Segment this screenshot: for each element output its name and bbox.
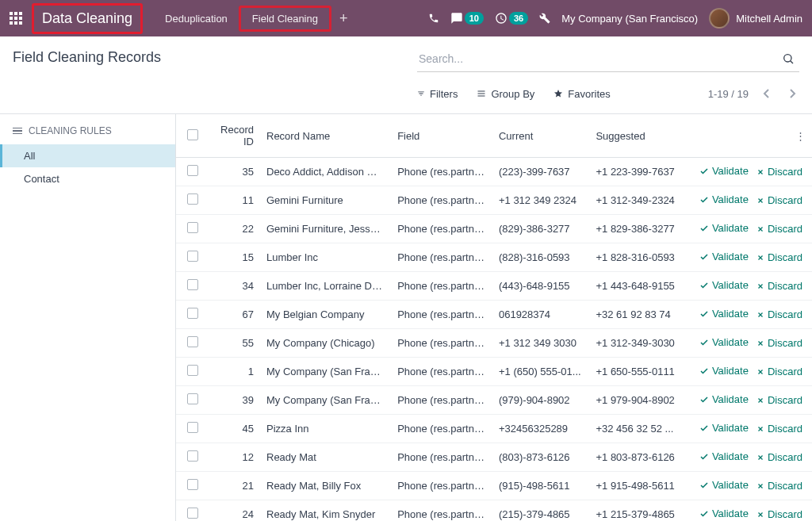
search-input[interactable] (417, 49, 777, 68)
row-checkbox[interactable] (187, 365, 198, 376)
activities-badge: 36 (509, 12, 528, 25)
select-all-checkbox[interactable] (187, 129, 198, 140)
col-current[interactable]: Current (492, 114, 590, 158)
validate-button[interactable]: Validate (699, 450, 749, 462)
row-checkbox[interactable] (187, 393, 198, 404)
row-checkbox[interactable] (187, 450, 198, 462)
discard-button[interactable]: Discard (756, 451, 802, 463)
row-checkbox[interactable] (187, 193, 198, 205)
column-options-icon[interactable]: ⋮ (795, 130, 806, 142)
cell-record-name: My Company (Chicago) (260, 329, 391, 358)
row-checkbox[interactable] (187, 336, 198, 347)
pager-prev-icon[interactable] (760, 85, 774, 102)
discard-button[interactable]: Discard (756, 308, 802, 320)
table-row[interactable]: 1My Company (San Franc...Phone (res.part… (176, 358, 812, 386)
table-row[interactable]: 55My Company (Chicago)Phone (res.partner… (176, 329, 812, 358)
row-checkbox[interactable] (187, 279, 198, 290)
favorites-button[interactable]: Favorites (553, 88, 610, 100)
cell-field: Phone (res.partner) (391, 272, 492, 301)
col-suggested[interactable]: Suggested (589, 114, 687, 158)
search-icon[interactable] (777, 52, 799, 65)
validate-button[interactable]: Validate (699, 422, 749, 434)
validate-button[interactable]: Validate (699, 336, 749, 348)
row-checkbox[interactable] (187, 165, 198, 176)
messages-icon[interactable]: 10 (450, 12, 484, 25)
table-row[interactable]: 35Deco Addict, Addison Ol...Phone (res.p… (176, 158, 812, 186)
validate-button[interactable]: Validate (699, 222, 749, 234)
discard-button[interactable]: Discard (756, 366, 802, 377)
col-record-id[interactable]: Record ID (205, 114, 260, 158)
validate-button[interactable]: Validate (699, 165, 749, 177)
col-record-name[interactable]: Record Name (260, 114, 391, 158)
sidebar-header: CLEANING RULES (0, 125, 175, 144)
table-row[interactable]: 15Lumber IncPhone (res.partner)(828)-316… (176, 243, 812, 272)
discard-button[interactable]: Discard (756, 166, 802, 178)
table-row[interactable]: 24Ready Mat, Kim SnyderPhone (res.partne… (176, 500, 812, 522)
validate-button[interactable]: Validate (699, 308, 749, 320)
cell-suggested: +1 312-349-2324 (589, 186, 687, 215)
pager-next-icon[interactable] (785, 85, 799, 102)
cell-current: (443)-648-9155 (492, 272, 590, 301)
cell-field: Phone (res.partner) (391, 186, 492, 215)
row-checkbox[interactable] (187, 422, 198, 433)
discard-button[interactable]: Discard (756, 480, 802, 492)
discard-button[interactable]: Discard (756, 194, 802, 206)
validate-button[interactable]: Validate (699, 279, 749, 291)
groupby-button[interactable]: Group By (477, 88, 534, 100)
validate-button[interactable]: Validate (699, 393, 749, 405)
validate-button[interactable]: Validate (699, 365, 749, 377)
discard-button[interactable]: Discard (756, 280, 802, 292)
apps-icon[interactable] (10, 12, 22, 25)
row-checkbox[interactable] (187, 308, 198, 319)
validate-button[interactable]: Validate (699, 193, 749, 205)
discard-button[interactable]: Discard (756, 423, 802, 435)
cell-current: +32456325289 (492, 415, 590, 443)
table-row[interactable]: 45Pizza InnPhone (res.partner)+324563252… (176, 415, 812, 443)
cell-record-id: 15 (205, 243, 260, 272)
table-row[interactable]: 12Ready MatPhone (res.partner)(803)-873-… (176, 443, 812, 472)
cell-record-id: 1 (205, 358, 260, 386)
table-row[interactable]: 67My Belgian CompanyPhone (res.partner)0… (176, 301, 812, 329)
phone-icon[interactable] (428, 13, 439, 24)
pager-text[interactable]: 1-19 / 19 (708, 88, 749, 100)
table-row[interactable]: 34Lumber Inc, Lorraine Do...Phone (res.p… (176, 272, 812, 301)
activities-icon[interactable]: 36 (495, 12, 528, 25)
filters-button[interactable]: Filters (417, 88, 458, 100)
app-title[interactable]: Data Cleaning (32, 3, 143, 34)
row-checkbox[interactable] (187, 222, 198, 233)
table-row[interactable]: 11Gemini FurniturePhone (res.partner)+1 … (176, 186, 812, 215)
discard-button[interactable]: Discard (756, 223, 802, 235)
company-selector[interactable]: My Company (San Francisco) (561, 13, 698, 25)
cell-suggested: +1 650-555-0111 (589, 358, 687, 386)
row-checkbox[interactable] (187, 508, 198, 519)
cell-record-id: 24 (205, 500, 260, 522)
discard-button[interactable]: Discard (756, 394, 802, 406)
sidebar-item-all[interactable]: All (0, 144, 175, 167)
table-row[interactable]: 21Ready Mat, Billy FoxPhone (res.partner… (176, 472, 812, 500)
validate-button[interactable]: Validate (699, 479, 749, 491)
cell-record-id: 45 (205, 415, 260, 443)
user-menu[interactable]: Mitchell Admin (709, 8, 802, 29)
discard-button[interactable]: Discard (756, 508, 802, 520)
cell-record-name: Ready Mat, Kim Snyder (260, 500, 391, 522)
discard-button[interactable]: Discard (756, 251, 802, 263)
row-checkbox[interactable] (187, 251, 198, 262)
sidebar-item-contact[interactable]: Contact (0, 167, 175, 190)
validate-button[interactable]: Validate (699, 508, 749, 519)
row-checkbox[interactable] (187, 479, 198, 490)
hamburger-icon (13, 128, 22, 135)
cell-record-id: 67 (205, 301, 260, 329)
table-row[interactable]: 39My Company (San Franc...Phone (res.par… (176, 386, 812, 415)
add-menu-icon[interactable]: + (331, 10, 356, 27)
nav-field-cleaning[interactable]: Field Cleaning (239, 6, 331, 32)
cell-current: (803)-873-6126 (492, 443, 590, 472)
discard-button[interactable]: Discard (756, 337, 802, 349)
table-row[interactable]: 22Gemini Furniture, Jesse ...Phone (res.… (176, 215, 812, 243)
svg-point-0 (784, 55, 791, 62)
record-list[interactable]: Record ID Record Name Field Current Sugg… (176, 114, 812, 521)
debug-icon[interactable] (539, 13, 550, 24)
cell-field: Phone (res.partner) (391, 215, 492, 243)
nav-deduplication[interactable]: Deduplication (154, 8, 239, 29)
col-field[interactable]: Field (391, 114, 492, 158)
validate-button[interactable]: Validate (699, 251, 749, 262)
